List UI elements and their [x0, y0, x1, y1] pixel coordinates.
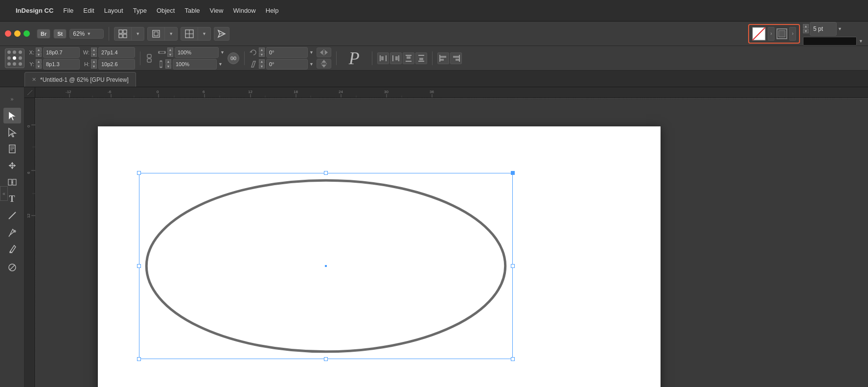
menu-table[interactable]: Table — [181, 5, 204, 16]
rot-up-arrow[interactable]: ▲ — [259, 48, 265, 52]
x-up-arrow[interactable]: ▲ — [36, 48, 42, 52]
fitting-dropdown-btn[interactable]: ▼ — [165, 27, 177, 40]
frame-grid-btn[interactable] — [114, 27, 132, 40]
selection-tool[interactable] — [3, 108, 21, 123]
dist-top-btn[interactable] — [403, 52, 414, 64]
handle-top-center[interactable] — [324, 171, 328, 175]
close-button[interactable] — [5, 30, 11, 37]
tab-close-icon[interactable]: ✕ — [32, 76, 36, 83]
menu-object[interactable]: Object — [153, 5, 179, 16]
fill-nav-arrow[interactable]: › — [768, 27, 775, 41]
shear-up-arrow[interactable]: ▲ — [259, 59, 265, 64]
h-down-arrow[interactable]: ▼ — [91, 64, 97, 69]
y-down-arrow[interactable]: ▼ — [36, 64, 42, 69]
menu-type[interactable]: Type — [129, 5, 151, 16]
handle-bottom-left[interactable] — [137, 357, 141, 361]
view-dropdown-btn[interactable]: ▼ — [198, 27, 210, 40]
zoom-dropdown-arrow[interactable]: ▼ — [87, 31, 91, 36]
direct-selection-tool[interactable] — [3, 124, 21, 140]
pen-tool[interactable] — [3, 224, 21, 240]
document-tab[interactable]: ✕ *Untitled-1 @ 62% [GPU Preview] — [24, 72, 136, 87]
h-up-arrow[interactable]: ▲ — [91, 59, 97, 64]
panel-toggle-btn[interactable]: » — [3, 91, 21, 107]
ref-dot-8[interactable] — [13, 62, 16, 66]
fill-swatch[interactable] — [752, 27, 766, 41]
pt-down-arrow[interactable]: ▼ — [803, 29, 809, 33]
shear-dropdown[interactable]: ▼ — [309, 62, 314, 67]
send-button[interactable] — [214, 27, 229, 41]
rotation-input[interactable]: 0° — [266, 47, 308, 58]
minimize-button[interactable] — [14, 30, 21, 37]
handle-top-left[interactable] — [137, 171, 141, 175]
ref-dot-2[interactable] — [13, 50, 16, 54]
menu-layout[interactable]: Layout — [100, 5, 127, 16]
menu-edit[interactable]: Edit — [79, 5, 98, 16]
handle-mid-left[interactable] — [137, 264, 141, 268]
dist-right-btn[interactable] — [390, 52, 402, 64]
w-pct-input[interactable]: 100% — [175, 47, 219, 58]
menu-view[interactable]: View — [206, 5, 228, 16]
flip-v-btn[interactable] — [317, 59, 331, 69]
handle-bottom-right[interactable] — [511, 357, 515, 361]
shear-down-arrow[interactable]: ▼ — [259, 64, 265, 69]
stroke-color-dropdown[interactable]: ▼ — [859, 39, 863, 44]
maximize-button[interactable] — [23, 30, 30, 37]
dist-left-btn[interactable] — [377, 52, 389, 64]
pencil-tool[interactable] — [3, 241, 21, 257]
ref-dot-6[interactable] — [19, 56, 22, 60]
menu-help[interactable]: Help — [262, 5, 283, 16]
w-down-arrow[interactable]: ▼ — [91, 52, 97, 57]
w-up-arrow[interactable]: ▲ — [91, 48, 97, 52]
bridge-button[interactable]: Br — [37, 29, 50, 39]
dist-bottom-btn[interactable] — [415, 52, 427, 64]
ref-dot-9[interactable] — [19, 62, 22, 66]
hpct-up-arrow[interactable]: ▲ — [165, 59, 171, 64]
stroke-color-swatch[interactable] — [803, 37, 857, 46]
w-input[interactable]: 27p1.4 — [98, 47, 135, 58]
stroke-nav-arrow[interactable]: › — [789, 27, 796, 41]
handle-top-right[interactable] — [511, 171, 515, 175]
menu-file[interactable]: File — [59, 5, 77, 16]
ref-dot-5-center[interactable] — [13, 56, 16, 60]
align-left-btn[interactable] — [437, 52, 449, 64]
h-pct-input[interactable]: 100% — [173, 59, 217, 70]
rot-down-arrow[interactable]: ▼ — [259, 52, 265, 57]
stroke-swatch[interactable] — [777, 28, 787, 39]
pt-up-arrow[interactable]: ▲ — [803, 24, 809, 28]
menu-app-name[interactable]: InDesign CC — [12, 5, 57, 16]
menu-window[interactable]: Window — [229, 5, 260, 16]
link-button[interactable] — [228, 52, 239, 64]
stock-button[interactable]: St — [53, 29, 67, 39]
content-tool[interactable] — [3, 158, 21, 173]
ref-dot-3[interactable] — [19, 50, 22, 54]
ref-dot-1[interactable] — [7, 50, 11, 54]
y-input[interactable]: 8p1.3 — [43, 59, 80, 70]
stroke-weight-input[interactable]: 5 pt — [810, 22, 837, 36]
y-up-arrow[interactable]: ▲ — [36, 59, 42, 64]
sidebar-collapse-button[interactable]: « — [0, 186, 8, 201]
fitting-btn[interactable] — [148, 27, 165, 40]
x-down-arrow[interactable]: ▼ — [36, 52, 42, 57]
wpct-dropdown[interactable]: ▼ — [220, 50, 225, 55]
rot-dropdown[interactable]: ▼ — [309, 50, 314, 55]
page-tool[interactable] — [3, 141, 21, 157]
wpct-down-arrow[interactable]: ▼ — [167, 52, 173, 57]
flip-h-btn[interactable] — [317, 48, 331, 57]
ref-dot-4[interactable] — [7, 56, 11, 60]
pt-dropdown-arrow[interactable]: ▼ — [838, 26, 842, 31]
align-right-btn[interactable] — [450, 52, 462, 64]
shear-input[interactable]: 0° — [266, 59, 308, 70]
zoom-control[interactable]: 62% ▼ — [69, 29, 104, 39]
x-input[interactable]: 18p0.7 — [43, 47, 80, 58]
handle-mid-right[interactable] — [511, 264, 515, 268]
view-btn[interactable] — [181, 27, 198, 40]
frame-dropdown-btn[interactable]: ▼ — [132, 27, 144, 40]
h-input[interactable]: 10p2.6 — [98, 59, 135, 70]
ref-dot-7[interactable] — [7, 62, 11, 66]
hpct-dropdown[interactable]: ▼ — [218, 62, 223, 67]
hpct-down-arrow[interactable]: ▼ — [165, 64, 171, 69]
wpct-up-arrow[interactable]: ▲ — [167, 48, 173, 52]
no-print-tool[interactable] — [3, 260, 21, 275]
handle-bottom-center[interactable] — [324, 357, 328, 361]
transform-reference-box[interactable] — [5, 48, 24, 68]
